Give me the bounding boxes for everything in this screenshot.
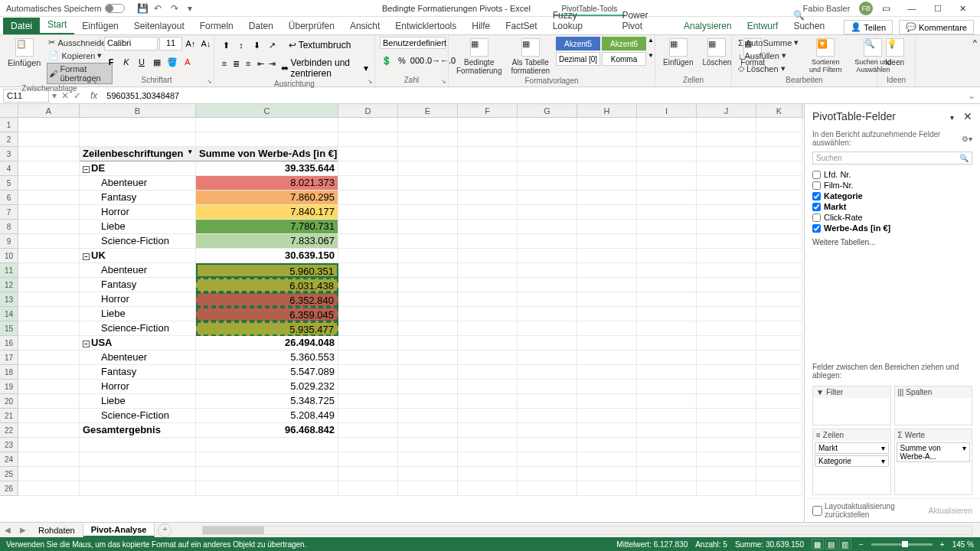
cell[interactable]: 7.860.295 [196, 191, 338, 205]
cell[interactable] [458, 438, 518, 452]
cell[interactable] [637, 132, 697, 147]
cell[interactable] [398, 234, 458, 249]
tab-factset[interactable]: FactSet [498, 18, 544, 34]
autosum-button[interactable]: Σ AutoSumme ▾ [737, 37, 800, 48]
cell[interactable]: 5.029.232 [196, 380, 338, 394]
cell[interactable] [697, 161, 756, 176]
style-komma[interactable]: Komma [602, 52, 646, 66]
cell[interactable] [338, 118, 398, 132]
align-top-icon[interactable]: ⬆ [219, 38, 233, 52]
cell[interactable] [577, 234, 637, 249]
cell[interactable] [458, 321, 518, 336]
minimize-button[interactable]: — [900, 4, 923, 13]
cell[interactable] [338, 191, 398, 205]
cell[interactable] [697, 321, 756, 336]
align-right-icon[interactable]: ≡ [243, 57, 253, 70]
tab-fuzzy lookup[interactable]: Fuzzy Lookup [545, 7, 615, 34]
row-header[interactable]: 10 [0, 249, 18, 263]
cell[interactable] [637, 118, 697, 132]
col-header[interactable]: G [518, 104, 577, 117]
horizontal-scrollbar[interactable] [202, 526, 972, 535]
cell[interactable] [518, 220, 577, 234]
cell[interactable] [80, 132, 196, 147]
cell[interactable] [756, 350, 802, 365]
maximize-button[interactable]: ☐ [926, 4, 949, 13]
cell[interactable] [697, 147, 756, 161]
cell[interactable] [458, 307, 518, 321]
cell[interactable] [518, 278, 577, 292]
row-header[interactable]: 19 [0, 380, 18, 394]
cell[interactable] [458, 380, 518, 394]
cell[interactable] [756, 176, 802, 191]
row-header[interactable]: 24 [0, 452, 18, 467]
cell[interactable] [458, 292, 518, 307]
cell[interactable] [338, 220, 398, 234]
cell[interactable] [518, 234, 577, 249]
cell[interactable] [18, 380, 80, 394]
cell[interactable]: Fantasy [80, 191, 196, 205]
cell[interactable] [637, 452, 697, 467]
row-header[interactable]: 22 [0, 423, 18, 438]
align-middle-icon[interactable]: ↕ [234, 38, 248, 52]
cell[interactable]: Liebe [80, 220, 196, 234]
field-item[interactable]: Click-Rate [812, 212, 972, 223]
clear-button[interactable]: ◇ Löschen ▾ [737, 63, 800, 74]
cell[interactable] [518, 205, 577, 220]
cell[interactable] [518, 467, 577, 481]
cell[interactable] [458, 249, 518, 263]
cell[interactable] [518, 263, 577, 278]
expand-formula-icon[interactable]: ⌄ [963, 90, 980, 101]
cell[interactable] [18, 336, 80, 350]
cell[interactable]: −DE [80, 161, 196, 176]
cell[interactable]: 6.359.045 [196, 307, 338, 321]
align-center-icon[interactable]: ≣ [231, 57, 242, 70]
cell[interactable] [18, 205, 80, 220]
cell[interactable]: 5.547.089 [196, 365, 338, 380]
cell[interactable] [756, 292, 802, 307]
cell[interactable] [756, 307, 802, 321]
field-item[interactable]: Werbe-Ads [in €] [812, 223, 972, 233]
conditional-formatting-button[interactable]: ▦Bedingte Formatierung [453, 37, 505, 77]
cell[interactable] [458, 409, 518, 423]
cell[interactable] [458, 220, 518, 234]
cell[interactable] [398, 336, 458, 350]
ribbon-options-icon[interactable]: ▭ [882, 3, 890, 14]
cell[interactable] [18, 481, 80, 496]
cell[interactable] [577, 409, 637, 423]
tab-daten[interactable]: Daten [241, 18, 281, 34]
sheet-nav-prev-icon[interactable]: ◀ [0, 526, 15, 534]
cell[interactable] [398, 365, 458, 380]
cell[interactable] [338, 307, 398, 321]
cell[interactable] [756, 380, 802, 394]
cell[interactable] [196, 481, 338, 496]
row-header[interactable]: 20 [0, 394, 18, 409]
cell[interactable] [518, 336, 577, 350]
cell[interactable] [756, 336, 802, 350]
cell[interactable]: Liebe [80, 394, 196, 409]
number-launcher-icon[interactable]: ↘ [441, 78, 446, 85]
cell[interactable] [577, 438, 637, 452]
cell[interactable] [756, 118, 802, 132]
zoom-in-icon[interactable]: + [940, 540, 945, 549]
cell[interactable] [577, 423, 637, 438]
cell[interactable] [458, 481, 518, 496]
cell[interactable] [338, 292, 398, 307]
cell[interactable] [756, 147, 802, 161]
cell[interactable]: Abenteuer [80, 176, 196, 191]
field-item[interactable]: Lfd. Nr. [812, 169, 972, 180]
cell[interactable] [518, 380, 577, 394]
number-format-combo[interactable]: Benutzerdefiniert [380, 37, 446, 49]
cell[interactable]: Horror [80, 292, 196, 307]
cell[interactable] [338, 365, 398, 380]
cell[interactable]: 6.031.438 [196, 278, 338, 292]
cell[interactable]: 5.960.351 [196, 263, 338, 278]
redo-icon[interactable]: ↷ [171, 3, 181, 14]
row-header[interactable]: 7 [0, 205, 18, 220]
cell[interactable]: Gesamtergebnis [80, 423, 196, 438]
cell[interactable] [637, 161, 697, 176]
cell[interactable] [18, 365, 80, 380]
row-header[interactable]: 26 [0, 481, 18, 496]
insert-cells-button[interactable]: ▦Einfügen [660, 37, 696, 68]
cell[interactable] [458, 394, 518, 409]
cell[interactable] [18, 321, 80, 336]
